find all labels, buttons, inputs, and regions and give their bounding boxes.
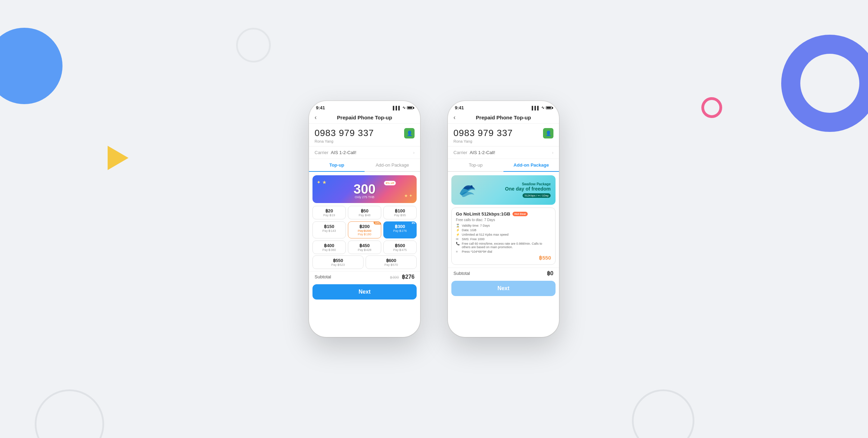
- tab-addon-left[interactable]: Add-on Package: [365, 159, 420, 171]
- phone-number-section-left: 0983 979 337 👤 Rona Yang: [309, 124, 420, 146]
- wifi-icon-left: ∿: [402, 106, 406, 110]
- left-phone: 9:41 ▌▌▌ ∿ ‹ Prepaid Phone Top-up 0983 9…: [309, 101, 420, 337]
- battery-icon-left: [407, 106, 413, 109]
- decorative-circle-gray-bl: [35, 389, 104, 438]
- package-detail-calls: 📞 Free call 60 mins/time, excess rate ar…: [456, 242, 551, 249]
- subtotal-label-right: Subtotal: [453, 271, 470, 276]
- subtotal-amount-left: ฿276: [402, 274, 415, 280]
- carrier-label-right: Carrier: [453, 150, 467, 155]
- package-detail-validity: ⌛ Validity time: 7 Days: [456, 224, 551, 227]
- phone-notch-right: [486, 101, 521, 109]
- amount-btn-50[interactable]: ฿50 Pay ฿48: [348, 206, 381, 219]
- package-detail-dial: ≡ Press *104*66*9# dial: [456, 250, 551, 253]
- back-button-left[interactable]: ‹: [315, 114, 317, 121]
- subtotal-label-left: Subtotal: [315, 274, 331, 279]
- decorative-circle-blue-right: [781, 35, 868, 132]
- validity-icon: ⌛: [456, 224, 460, 227]
- amount-btn-150[interactable]: ฿150 Pay ฿143: [312, 221, 346, 238]
- phone-notch-left: [347, 101, 382, 109]
- package-price: ฿550: [456, 255, 551, 261]
- addon-banner-subtitle: Swallow Package: [505, 182, 551, 186]
- contact-icon-left[interactable]: 👤: [404, 128, 415, 138]
- app-title-right: Prepaid Phone Top-up: [476, 115, 531, 120]
- carrier-arrow-right: ›: [552, 150, 553, 155]
- package-detail-data: ⚡ Data: 1GB: [456, 228, 551, 232]
- decorative-circle-pink: [701, 97, 722, 118]
- signal-icon-left: ▌▌▌: [393, 106, 401, 110]
- status-icons-left: ▌▌▌ ∿: [393, 106, 413, 110]
- tab-topup-left[interactable]: Top-up: [309, 159, 365, 171]
- right-phone: 9:41 ▌▌▌ ∿ ‹ Prepaid Phone Top-up 0983 9…: [448, 101, 559, 337]
- amount-btn-20[interactable]: ฿20 Pay ฿19: [312, 206, 346, 219]
- decorative-circle-blue-left: [0, 28, 62, 104]
- carrier-name-right: AIS 1-2-Call!: [470, 150, 495, 155]
- wifi-icon-right: ∿: [541, 106, 544, 110]
- amount-grid-2-left: ฿550 Pay ฿523 ฿600 Pay ฿570: [309, 255, 420, 269]
- amount-btn-550[interactable]: ฿550 Pay ฿523: [312, 255, 364, 269]
- tabs-left: Top-up Add-on Package: [309, 159, 420, 172]
- addon-banner-text: Swallow Package One day of freedom 512Kb…: [505, 182, 551, 198]
- app-title-left: Prepaid Phone Top-up: [337, 115, 392, 120]
- amount-btn-400[interactable]: ฿400 Pay ฿380: [312, 241, 346, 254]
- contact-name-left: Rona Yang: [315, 139, 415, 143]
- package-detail-sms: ✉ SMS: Free 1000: [456, 237, 551, 241]
- subtotal-original-left: ฿300: [390, 275, 399, 279]
- subtotal-row-left: Subtotal ฿300 ฿276: [309, 271, 420, 282]
- carrier-row-left[interactable]: Carrier AIS 1-2-Call! ›: [309, 146, 420, 159]
- contact-name-right: Rona Yang: [453, 139, 553, 143]
- tabs-right: Top-up Add-on Package: [448, 159, 559, 172]
- svg-point-0: [470, 185, 473, 187]
- sms-icon: ✉: [456, 237, 460, 241]
- carrier-arrow-left: ›: [413, 150, 415, 155]
- phone-number-left: 0983 979 337: [315, 128, 374, 138]
- addon-banner-title: One day of freedom: [505, 186, 551, 192]
- next-button-left[interactable]: Next: [312, 284, 417, 300]
- promo-stars-left: ✦ ★: [317, 179, 327, 185]
- addon-banner-right: Swallow Package One day of freedom 512Kb…: [451, 175, 556, 205]
- addon-banner-spec: 512Kbps / ∞ / 1Day: [523, 193, 551, 198]
- promo-stars-right: ★ ✦: [404, 193, 412, 198]
- dial-icon: ≡: [456, 250, 460, 253]
- app-header-left: ‹ Prepaid Phone Top-up: [309, 112, 420, 124]
- amount-btn-300[interactable]: 8% ฿300 Pay ฿276: [383, 221, 417, 238]
- phone-number-section-right: 0983 979 337 👤 Rona Yang: [448, 124, 559, 146]
- data-icon: ⚡: [456, 228, 460, 232]
- amount-grid-left: ฿20 Pay ฿19 ฿50 Pay ฿48 ฿100 Pay ฿95 ฿15…: [309, 206, 420, 254]
- status-time-right: 9:41: [455, 105, 464, 110]
- status-icons-right: ▌▌▌ ∿: [532, 106, 552, 110]
- carrier-row-right[interactable]: Carrier AIS 1-2-Call! ›: [448, 146, 559, 159]
- discount-badge-300: 8%: [410, 221, 417, 225]
- discount-badge-200: 10%: [374, 221, 381, 225]
- carrier-label-left: Carrier: [315, 150, 328, 155]
- subtotal-row-right: Subtotal ฿0: [448, 268, 559, 279]
- promo-banner-left: ✦ ★ 300 Only 275 THB 8% off ★ ✦: [312, 175, 417, 203]
- back-button-right[interactable]: ‹: [453, 114, 456, 121]
- app-header-right: ‹ Prepaid Phone Top-up: [448, 112, 559, 124]
- promo-detail-left: Only 275 THB: [355, 195, 374, 199]
- bird-icon: [456, 182, 477, 199]
- package-card[interactable]: Go NoLimit 512kbps:1GB Hot Deal Free cal…: [451, 208, 556, 265]
- next-button-right[interactable]: Next: [451, 281, 556, 296]
- decorative-circle-gray-br: [632, 389, 694, 438]
- promo-badge-left: 8% off: [384, 181, 396, 185]
- amount-btn-200[interactable]: 10% ฿200 Pay ฿200 Pay ฿180: [348, 221, 381, 238]
- package-subtitle: Free calls to dtac: 7 Days: [456, 218, 551, 222]
- decorative-circle-gray-mid: [236, 28, 271, 62]
- battery-icon-right: [546, 106, 552, 109]
- tab-addon-right[interactable]: Add-on Package: [503, 159, 559, 171]
- phones-container: 9:41 ▌▌▌ ∿ ‹ Prepaid Phone Top-up 0983 9…: [309, 101, 559, 337]
- package-name: Go NoLimit 512kbps:1GB: [456, 211, 510, 217]
- contact-icon-right[interactable]: 👤: [543, 128, 553, 138]
- signal-icon-right: ▌▌▌: [532, 106, 540, 110]
- phone-number-right: 0983 979 337: [453, 128, 513, 138]
- package-name-row: Go NoLimit 512kbps:1GB Hot Deal: [456, 211, 551, 217]
- amount-btn-600[interactable]: ฿600 Pay ฿570: [366, 255, 417, 269]
- promo-amount-left: 300: [353, 182, 375, 197]
- subtotal-amount-right: ฿0: [547, 270, 553, 277]
- status-time-left: 9:41: [316, 105, 325, 110]
- tab-topup-right[interactable]: Top-up: [448, 159, 503, 171]
- amount-btn-500[interactable]: ฿500 Pay ฿475: [383, 241, 417, 254]
- calls-icon: 📞: [456, 242, 460, 245]
- amount-btn-100[interactable]: ฿100 Pay ฿95: [383, 206, 417, 219]
- amount-btn-450[interactable]: ฿450 Pay ฿428: [348, 241, 381, 254]
